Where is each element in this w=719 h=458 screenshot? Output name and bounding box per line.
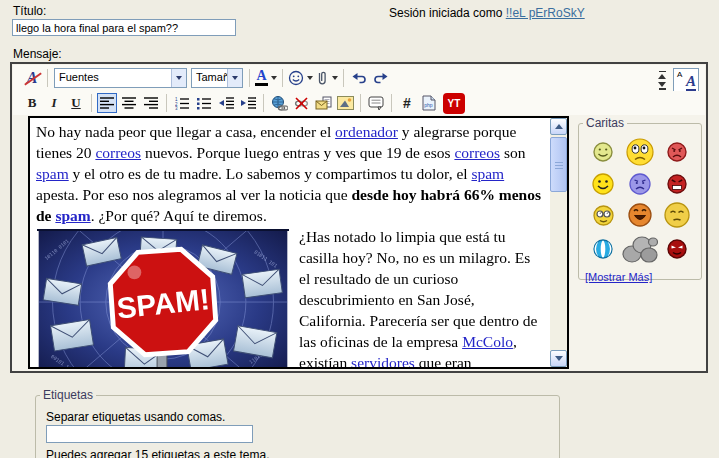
numbered-list-button[interactable]: 123: [172, 93, 192, 113]
align-left-icon: [100, 97, 114, 109]
big-a-icon: A: [686, 74, 696, 91]
sad-purple-icon[interactable]: [629, 173, 651, 195]
font-family-value: Fuentes: [55, 69, 171, 87]
title-input[interactable]: [12, 19, 236, 36]
image-icon: [337, 96, 354, 110]
outdent-icon: [219, 97, 234, 109]
session-prefix: Sesión iniciada como: [389, 6, 506, 20]
message-body-editor[interactable]: No hay nada peor que llegar a casa, ence…: [28, 116, 569, 369]
align-right-button[interactable]: [141, 93, 161, 113]
session-user-link[interactable]: !!eL pErRoSkY: [506, 6, 585, 20]
separator: [282, 69, 283, 87]
message-label: Mensaje:: [13, 47, 62, 61]
envelope-page-icon: [315, 96, 332, 111]
font-family-dropdown[interactable]: Fuentes: [54, 68, 187, 88]
toolbar-row-1: A Fuentes Tamañ A: [13, 65, 705, 91]
sad-big-icon[interactable]: [626, 138, 654, 166]
chevron-down-icon: [271, 76, 277, 80]
spam-stop-sign-image[interactable]: 10110 0101 01011 101 00101 110 11010 011: [37, 229, 289, 367]
svg-text:3: 3: [175, 106, 178, 110]
emoticon-button[interactable]: [288, 68, 313, 88]
separator: [360, 94, 361, 112]
chevron-down-icon: [307, 76, 313, 80]
show-more-emoticons-link[interactable]: [Mostrar Más]: [585, 271, 652, 283]
caritas-legend: Caritas: [583, 116, 627, 130]
indent-icon: [241, 97, 256, 109]
tags-input[interactable]: [46, 425, 253, 443]
align-center-button[interactable]: [119, 93, 139, 113]
redo-button[interactable]: [371, 68, 391, 88]
censored-angry-icon[interactable]: [667, 174, 687, 194]
code-page-icon: php: [422, 95, 436, 111]
toolbar-row-2: B I U 123: [13, 91, 705, 115]
chevron-down-icon[interactable]: [171, 69, 186, 87]
devil-red-icon[interactable]: [667, 239, 687, 259]
cool-glasses-icon[interactable]: [593, 205, 614, 226]
font-style-icon[interactable]: A: [22, 68, 42, 88]
toolbar-extras: A A: [658, 68, 699, 92]
chevron-down-icon[interactable]: [227, 69, 242, 87]
font-size-dropdown[interactable]: Tamañ: [191, 68, 243, 88]
italic-button[interactable]: I: [44, 93, 64, 113]
tags-panel: Etiquetas Separar etiquetas usando comas…: [35, 388, 560, 458]
smiley-classic-icon[interactable]: [593, 142, 613, 162]
smiley-yellow-icon[interactable]: [592, 173, 614, 195]
message-editor-container: A Fuentes Tamañ A: [10, 62, 708, 373]
small-a-icon: A: [677, 70, 682, 79]
collapse-down-icon[interactable]: [658, 82, 667, 90]
editor-content[interactable]: No hay nada peor que llegar a casa, ence…: [30, 118, 550, 367]
code-label: php: [424, 102, 433, 108]
underline-button[interactable]: U: [66, 93, 86, 113]
post-editor-page: Título: Sesión iniciada como !!eL pErRoS…: [0, 0, 719, 458]
separator: [91, 94, 92, 112]
collapse-up-icon[interactable]: [658, 71, 667, 79]
session-status: Sesión iniciada como !!eL pErRoSkY: [389, 6, 585, 20]
bullet-list-icon: [197, 97, 211, 110]
smiley-icon: [288, 70, 304, 86]
insert-code-button[interactable]: php: [419, 93, 439, 113]
separator: [263, 94, 264, 112]
separator: [343, 69, 344, 87]
laugh-orange-icon[interactable]: [628, 203, 652, 227]
youtube-button[interactable]: YT: [443, 93, 465, 114]
outdent-button[interactable]: [216, 93, 236, 113]
scrollbar-thumb[interactable]: [550, 137, 567, 192]
remove-link-icon: [293, 96, 310, 111]
bullet-list-button[interactable]: [194, 93, 214, 113]
remove-link-button[interactable]: [291, 93, 311, 113]
tags-note: Puedes agregar 15 etiquetas a este tema.: [46, 448, 269, 458]
caritas-panel: Caritas: [578, 116, 702, 280]
beach-ball-icon[interactable]: [593, 239, 613, 259]
insert-email-image-button[interactable]: [313, 93, 333, 113]
comment-bubble-icon: [368, 96, 384, 111]
sleepy-yellow-icon[interactable]: [664, 202, 690, 228]
rocks-icon[interactable]: [622, 235, 658, 263]
emoticon-grid: [579, 130, 701, 265]
editor-scrollbar[interactable]: [550, 118, 567, 367]
editor-paragraph-1: No hay nada peor que llegar a casa, ence…: [36, 121, 544, 226]
font-size-value: Tamañ: [192, 69, 227, 87]
numbered-list-icon: 123: [175, 97, 189, 110]
indent-button[interactable]: [238, 93, 258, 113]
separator: [166, 94, 167, 112]
bold-button[interactable]: B: [22, 93, 42, 113]
insert-image-button[interactable]: [335, 93, 355, 113]
chevron-down-icon: [332, 76, 338, 80]
insert-link-button[interactable]: [269, 93, 289, 113]
redo-icon: [373, 71, 389, 85]
align-left-button[interactable]: [97, 93, 117, 113]
attachment-button[interactable]: [315, 68, 338, 88]
insert-comment-button[interactable]: [366, 93, 386, 113]
undo-button[interactable]: [349, 68, 369, 88]
editor-mode-toggle-button[interactable]: A A: [673, 68, 699, 92]
hash-button[interactable]: #: [397, 93, 417, 113]
align-center-icon: [122, 97, 136, 109]
tags-legend: Etiquetas: [40, 388, 96, 402]
font-color-icon: A: [255, 70, 268, 86]
font-color-button[interactable]: A: [255, 68, 277, 88]
angry-red-icon[interactable]: [667, 142, 687, 162]
scroll-up-button[interactable]: [550, 118, 567, 135]
globe-link-icon: [271, 96, 288, 111]
scroll-down-button[interactable]: [550, 350, 567, 367]
title-label: Título:: [13, 4, 46, 18]
